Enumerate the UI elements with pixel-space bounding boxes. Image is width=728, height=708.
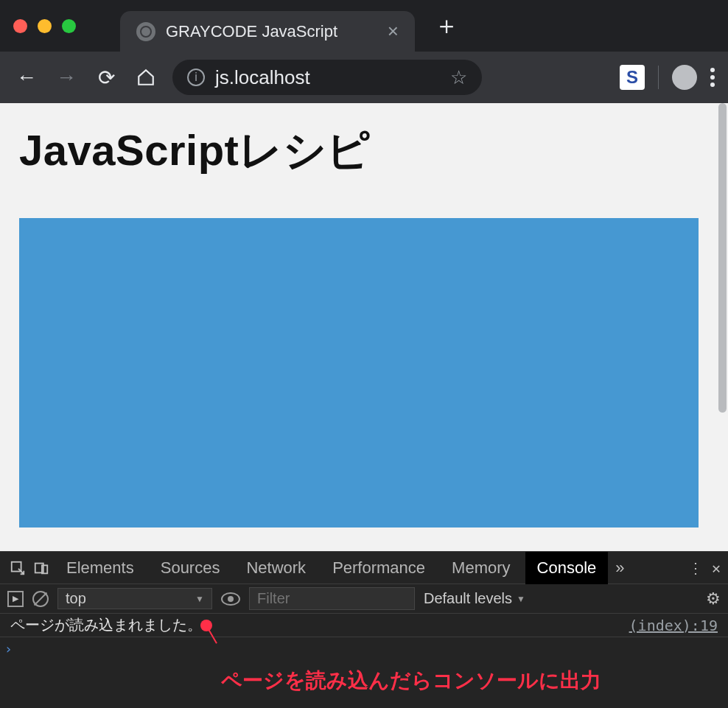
log-source-link[interactable]: (index):19 [629, 617, 718, 634]
home-button[interactable] [133, 64, 159, 91]
prompt-caret-icon: › [4, 641, 13, 656]
console-toolbar: ▶ top ▼ Default levels ▼ ⚙ [0, 584, 728, 614]
tab-strip: GRAYCODE JavaScript × ＋ [120, 0, 459, 52]
log-levels-selector[interactable]: Default levels ▼ [424, 590, 525, 607]
annotation-text: ページを読み込んだらコンソールに出力 [0, 659, 728, 695]
traffic-lights [13, 19, 76, 33]
tab-title: GRAYCODE JavaScript [166, 22, 337, 41]
console-sidebar-toggle-icon[interactable]: ▶ [7, 591, 24, 607]
inspect-element-icon[interactable] [7, 558, 28, 578]
bookmark-star-icon[interactable]: ☆ [450, 66, 467, 89]
address-bar[interactable]: i js.localhost ☆ [172, 60, 482, 95]
log-message: ページが読み込まれました。 [10, 615, 202, 635]
tabs-overflow-icon[interactable]: » [615, 558, 624, 578]
filter-input[interactable] [249, 587, 415, 610]
profile-avatar[interactable] [672, 65, 697, 90]
browser-menu-button[interactable] [710, 68, 715, 87]
close-window-button[interactable] [13, 19, 27, 33]
console-prompt[interactable]: › [0, 637, 728, 659]
tab-console[interactable]: Console [525, 552, 609, 584]
device-toolbar-icon[interactable] [31, 558, 52, 578]
tab-performance[interactable]: Performance [321, 552, 437, 584]
devtools-tab-bar: Elements Sources Network Performance Mem… [0, 552, 728, 584]
clear-console-icon[interactable] [32, 591, 49, 607]
devtools-menu-icon[interactable]: ⋮ [688, 559, 703, 577]
chevron-down-icon: ▼ [195, 594, 204, 604]
maximize-window-button[interactable] [62, 19, 76, 33]
context-selector[interactable]: top ▼ [57, 588, 212, 609]
tab-elements[interactable]: Elements [55, 552, 146, 584]
chevron-down-icon: ▼ [517, 594, 525, 604]
log-entry[interactable]: ページが読み込まれました。 (index):19 [0, 614, 728, 637]
levels-label: Default levels [424, 590, 512, 607]
browser-tab-active[interactable]: GRAYCODE JavaScript × [120, 11, 415, 52]
tab-network[interactable]: Network [234, 552, 318, 584]
toolbar-divider [658, 66, 659, 89]
devtools-panel: Elements Sources Network Performance Mem… [0, 551, 728, 708]
live-expression-icon[interactable] [221, 592, 240, 606]
page-content: JavaScriptレシピ [0, 103, 728, 528]
forward-button[interactable]: → [53, 64, 80, 91]
console-settings-icon[interactable]: ⚙ [706, 589, 721, 609]
url-text: js.localhost [215, 66, 310, 89]
console-log-area: ページが読み込まれました。 (index):19 › ページを読み込んだらコンソ… [0, 614, 728, 695]
scrollbar-thumb[interactable] [718, 103, 727, 413]
minimize-window-button[interactable] [38, 19, 52, 33]
back-button[interactable]: ← [13, 64, 40, 91]
devtools-close-icon[interactable]: ✕ [712, 559, 721, 577]
context-label: top [66, 590, 86, 607]
page-viewport: JavaScriptレシピ [0, 103, 728, 551]
tab-memory[interactable]: Memory [440, 552, 522, 584]
blue-content-box [19, 218, 699, 528]
page-heading: JavaScriptレシピ [19, 122, 709, 180]
extension-icon[interactable]: S [620, 65, 645, 90]
site-info-icon[interactable]: i [187, 69, 205, 86]
viewport-scrollbar[interactable] [717, 103, 728, 551]
browser-window: GRAYCODE JavaScript × ＋ ← → ⟳ i js.local… [0, 0, 728, 708]
globe-icon [136, 22, 155, 41]
reload-button[interactable]: ⟳ [93, 64, 119, 91]
new-tab-button[interactable]: ＋ [434, 9, 459, 43]
title-bar: GRAYCODE JavaScript × ＋ [0, 0, 728, 52]
tab-sources[interactable]: Sources [149, 552, 232, 584]
browser-toolbar: ← → ⟳ i js.localhost ☆ S [0, 52, 728, 103]
close-tab-icon[interactable]: × [388, 20, 399, 43]
